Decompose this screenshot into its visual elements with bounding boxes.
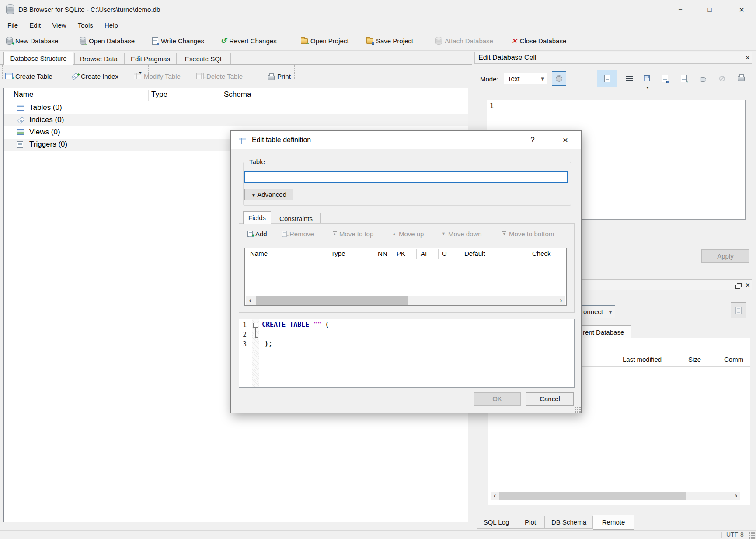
h-scrollbar-thumb[interactable]	[256, 296, 408, 305]
col-name[interactable]: Name	[250, 250, 268, 257]
tree-column-schema[interactable]: Schema	[224, 90, 251, 99]
column-divider	[328, 249, 328, 259]
encoding-indicator[interactable]: UTF-8	[726, 531, 744, 538]
text-mode-button[interactable]	[597, 70, 617, 87]
tree-column-name[interactable]: Name	[14, 90, 33, 99]
scroll-left-icon[interactable]	[246, 296, 254, 305]
create-table-button[interactable]: Create Table	[5, 66, 52, 86]
move-up-icon: ▲	[392, 232, 396, 236]
open-database-button[interactable]: Open Database	[80, 31, 135, 51]
print-cell-button[interactable]	[735, 73, 747, 84]
scroll-right-icon[interactable]	[732, 492, 740, 500]
col-default[interactable]: Default	[464, 250, 485, 257]
minimize-button[interactable]	[671, 0, 690, 19]
edit-cell-panel-titlebar[interactable]: Edit Database Cell	[474, 52, 752, 64]
clone-icon	[735, 307, 742, 314]
import-data-button[interactable]	[641, 73, 652, 84]
tab-plot[interactable]: Plot	[516, 516, 545, 529]
remote-column-size[interactable]: Size	[688, 356, 701, 363]
tab-database-structure[interactable]: Database Structure	[3, 52, 73, 65]
auto-apply-toggle[interactable]	[552, 71, 566, 86]
open-external-icon	[681, 75, 687, 82]
scroll-left-icon[interactable]	[491, 492, 499, 500]
menu-tools[interactable]: Tools	[73, 19, 98, 31]
tree-row-tables[interactable]: Tables (0)	[4, 102, 468, 114]
dialog-close-button[interactable]: ×	[555, 131, 575, 149]
add-field-button[interactable]: Add	[247, 228, 267, 239]
tree-column-type[interactable]: Type	[151, 90, 167, 99]
close-icon	[739, 7, 744, 14]
edit-cell-panel-title: Edit Database Cell	[478, 54, 537, 61]
save-project-icon	[366, 38, 373, 44]
col-ai[interactable]: AI	[421, 250, 427, 257]
remote-column-last-modified[interactable]: Last modified	[623, 356, 662, 363]
save-project-button[interactable]: Save Project	[366, 31, 413, 51]
table-group-label: Table	[247, 158, 267, 165]
menu-view[interactable]: View	[47, 19, 71, 31]
print-icon	[268, 75, 275, 80]
tab-sql-log[interactable]: SQL Log	[477, 516, 516, 529]
close-panel-icon[interactable]	[745, 280, 750, 291]
tab-db-schema[interactable]: DB Schema	[545, 516, 593, 529]
col-pk[interactable]: PK	[397, 250, 405, 257]
col-type[interactable]: Type	[331, 250, 345, 257]
column-divider	[683, 354, 683, 365]
tab-fields[interactable]: Fields	[243, 211, 271, 224]
col-u[interactable]: U	[442, 250, 447, 257]
help-button[interactable]: ?	[524, 131, 541, 149]
advanced-toggle-button[interactable]: ▼ Advanced	[244, 189, 293, 200]
menu-help[interactable]: Help	[100, 19, 123, 31]
close-button[interactable]	[732, 0, 751, 19]
tab-remote[interactable]: Remote	[593, 515, 634, 530]
maximize-button[interactable]	[700, 0, 719, 19]
h-scrollbar-thumb[interactable]	[499, 492, 686, 500]
tab-edit-pragmas[interactable]: Edit Pragmas	[124, 53, 177, 64]
print-button[interactable]: Print	[268, 66, 291, 86]
remote-column-commit[interactable]: Comm	[724, 356, 743, 363]
line-number: 2	[243, 331, 247, 339]
tab-constraints[interactable]: Constraints	[272, 213, 321, 224]
dialog-resize-grip[interactable]	[575, 406, 581, 413]
create-table-icon	[5, 73, 13, 79]
open-external-button[interactable]	[678, 73, 690, 84]
close-database-button[interactable]: Close Database	[512, 31, 566, 51]
create-index-icon	[71, 73, 79, 80]
close-panel-icon[interactable]	[745, 52, 750, 63]
move-up-button: ▲ Move up	[392, 228, 424, 239]
new-database-button[interactable]: New Database	[6, 31, 58, 51]
open-project-button[interactable]: Open Project	[301, 31, 349, 51]
mode-select[interactable]: Text	[504, 73, 547, 84]
tab-browse-data[interactable]: Browse Data	[74, 53, 123, 64]
col-check[interactable]: Check	[532, 250, 551, 257]
table-name-input[interactable]	[244, 171, 568, 183]
column-divider[interactable]	[220, 90, 220, 101]
write-changes-button[interactable]: Write Changes	[152, 31, 204, 51]
dialog-titlebar[interactable]: Edit table definition ? ×	[231, 131, 581, 149]
menu-edit[interactable]: Edit	[24, 19, 45, 31]
resize-grip[interactable]	[749, 532, 755, 538]
create-index-button[interactable]: Create Index	[72, 66, 118, 86]
close-database-icon	[512, 37, 517, 45]
export-data-button[interactable]	[659, 73, 671, 84]
link-data-button[interactable]	[697, 73, 708, 84]
float-panel-icon[interactable]	[735, 285, 740, 289]
move-to-bottom-icon: ▼	[502, 231, 506, 236]
print-icon	[738, 76, 745, 81]
fold-collapse-icon[interactable]	[253, 323, 258, 328]
word-wrap-button[interactable]	[624, 73, 635, 84]
cancel-button[interactable]: Cancel	[526, 392, 574, 406]
revert-changes-button[interactable]: Revert Changes	[220, 31, 277, 51]
menu-bar: File Edit View Tools Help	[0, 19, 756, 31]
column-divider[interactable]	[148, 90, 149, 101]
import-dropdown-arrow[interactable]: ▼	[646, 86, 649, 90]
tree-row-indices[interactable]: Indices (0)	[4, 114, 468, 126]
col-nn[interactable]: NN	[378, 250, 387, 257]
scroll-right-icon[interactable]	[557, 296, 565, 305]
write-changes-icon	[152, 37, 158, 45]
tab-execute-sql[interactable]: Execute SQL	[178, 53, 231, 64]
chevron-down-icon	[606, 306, 615, 318]
line-number: 1	[243, 321, 247, 329]
sql-preview[interactable]: 1 2 3 CREATE TABLE "" ( );	[239, 319, 575, 388]
menu-file[interactable]: File	[3, 19, 23, 31]
remove-field-button: Remove	[282, 228, 314, 239]
